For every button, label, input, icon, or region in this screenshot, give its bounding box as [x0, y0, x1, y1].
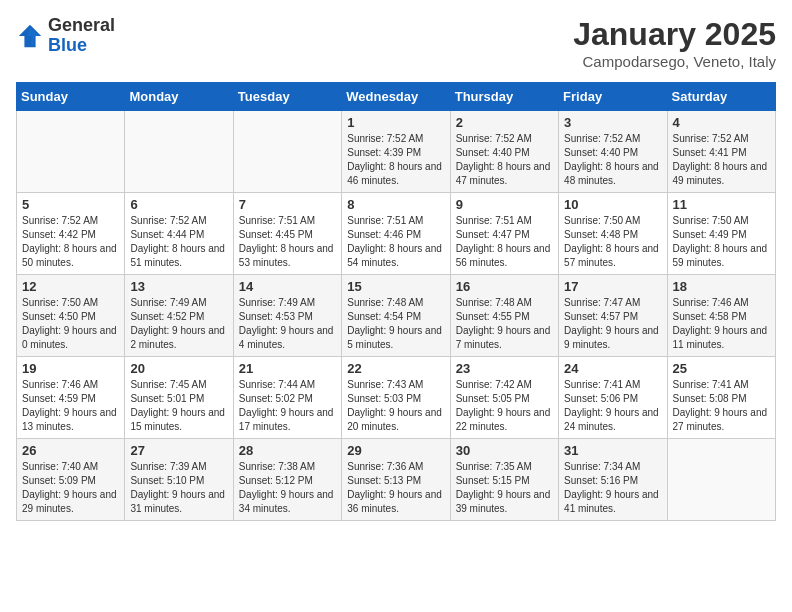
calendar-cell: 5Sunrise: 7:52 AM Sunset: 4:42 PM Daylig… [17, 193, 125, 275]
day-info: Sunrise: 7:50 AM Sunset: 4:48 PM Dayligh… [564, 214, 661, 270]
day-header-tuesday: Tuesday [233, 83, 341, 111]
day-info: Sunrise: 7:51 AM Sunset: 4:45 PM Dayligh… [239, 214, 336, 270]
calendar-cell: 4Sunrise: 7:52 AM Sunset: 4:41 PM Daylig… [667, 111, 775, 193]
day-number: 29 [347, 443, 444, 458]
day-number: 30 [456, 443, 553, 458]
calendar-cell: 28Sunrise: 7:38 AM Sunset: 5:12 PM Dayli… [233, 439, 341, 521]
day-info: Sunrise: 7:41 AM Sunset: 5:08 PM Dayligh… [673, 378, 770, 434]
day-number: 25 [673, 361, 770, 376]
day-number: 1 [347, 115, 444, 130]
calendar-cell: 21Sunrise: 7:44 AM Sunset: 5:02 PM Dayli… [233, 357, 341, 439]
calendar-cell: 10Sunrise: 7:50 AM Sunset: 4:48 PM Dayli… [559, 193, 667, 275]
day-info: Sunrise: 7:52 AM Sunset: 4:40 PM Dayligh… [564, 132, 661, 188]
calendar-cell: 3Sunrise: 7:52 AM Sunset: 4:40 PM Daylig… [559, 111, 667, 193]
day-header-wednesday: Wednesday [342, 83, 450, 111]
calendar-cell [667, 439, 775, 521]
day-info: Sunrise: 7:52 AM Sunset: 4:42 PM Dayligh… [22, 214, 119, 270]
day-number: 18 [673, 279, 770, 294]
calendar-cell: 9Sunrise: 7:51 AM Sunset: 4:47 PM Daylig… [450, 193, 558, 275]
calendar-header-row: SundayMondayTuesdayWednesdayThursdayFrid… [17, 83, 776, 111]
day-info: Sunrise: 7:46 AM Sunset: 4:59 PM Dayligh… [22, 378, 119, 434]
calendar-week-5: 26Sunrise: 7:40 AM Sunset: 5:09 PM Dayli… [17, 439, 776, 521]
day-info: Sunrise: 7:46 AM Sunset: 4:58 PM Dayligh… [673, 296, 770, 352]
day-header-thursday: Thursday [450, 83, 558, 111]
calendar-cell [17, 111, 125, 193]
logo: General Blue [16, 16, 115, 56]
day-header-monday: Monday [125, 83, 233, 111]
day-number: 17 [564, 279, 661, 294]
day-number: 21 [239, 361, 336, 376]
day-number: 16 [456, 279, 553, 294]
day-number: 6 [130, 197, 227, 212]
day-number: 31 [564, 443, 661, 458]
day-info: Sunrise: 7:36 AM Sunset: 5:13 PM Dayligh… [347, 460, 444, 516]
day-number: 7 [239, 197, 336, 212]
calendar-cell: 13Sunrise: 7:49 AM Sunset: 4:52 PM Dayli… [125, 275, 233, 357]
calendar-cell: 22Sunrise: 7:43 AM Sunset: 5:03 PM Dayli… [342, 357, 450, 439]
day-number: 28 [239, 443, 336, 458]
day-number: 10 [564, 197, 661, 212]
logo-text: General Blue [48, 16, 115, 56]
calendar-cell: 7Sunrise: 7:51 AM Sunset: 4:45 PM Daylig… [233, 193, 341, 275]
calendar-cell: 19Sunrise: 7:46 AM Sunset: 4:59 PM Dayli… [17, 357, 125, 439]
calendar-cell [125, 111, 233, 193]
day-info: Sunrise: 7:51 AM Sunset: 4:46 PM Dayligh… [347, 214, 444, 270]
calendar-cell [233, 111, 341, 193]
day-number: 5 [22, 197, 119, 212]
title-block: January 2025 Campodarsego, Veneto, Italy [573, 16, 776, 70]
day-number: 23 [456, 361, 553, 376]
calendar-week-3: 12Sunrise: 7:50 AM Sunset: 4:50 PM Dayli… [17, 275, 776, 357]
day-number: 20 [130, 361, 227, 376]
day-number: 3 [564, 115, 661, 130]
day-info: Sunrise: 7:39 AM Sunset: 5:10 PM Dayligh… [130, 460, 227, 516]
day-number: 15 [347, 279, 444, 294]
calendar-cell: 8Sunrise: 7:51 AM Sunset: 4:46 PM Daylig… [342, 193, 450, 275]
day-header-sunday: Sunday [17, 83, 125, 111]
day-number: 14 [239, 279, 336, 294]
day-info: Sunrise: 7:45 AM Sunset: 5:01 PM Dayligh… [130, 378, 227, 434]
day-number: 19 [22, 361, 119, 376]
day-info: Sunrise: 7:52 AM Sunset: 4:39 PM Dayligh… [347, 132, 444, 188]
day-info: Sunrise: 7:40 AM Sunset: 5:09 PM Dayligh… [22, 460, 119, 516]
day-info: Sunrise: 7:47 AM Sunset: 4:57 PM Dayligh… [564, 296, 661, 352]
day-number: 13 [130, 279, 227, 294]
day-info: Sunrise: 7:50 AM Sunset: 4:49 PM Dayligh… [673, 214, 770, 270]
calendar-cell: 1Sunrise: 7:52 AM Sunset: 4:39 PM Daylig… [342, 111, 450, 193]
day-number: 11 [673, 197, 770, 212]
calendar-cell: 29Sunrise: 7:36 AM Sunset: 5:13 PM Dayli… [342, 439, 450, 521]
calendar-cell: 30Sunrise: 7:35 AM Sunset: 5:15 PM Dayli… [450, 439, 558, 521]
day-info: Sunrise: 7:49 AM Sunset: 4:53 PM Dayligh… [239, 296, 336, 352]
day-info: Sunrise: 7:48 AM Sunset: 4:54 PM Dayligh… [347, 296, 444, 352]
day-number: 4 [673, 115, 770, 130]
calendar-cell: 6Sunrise: 7:52 AM Sunset: 4:44 PM Daylig… [125, 193, 233, 275]
logo-icon [16, 22, 44, 50]
calendar-cell: 16Sunrise: 7:48 AM Sunset: 4:55 PM Dayli… [450, 275, 558, 357]
calendar-cell: 27Sunrise: 7:39 AM Sunset: 5:10 PM Dayli… [125, 439, 233, 521]
calendar-cell: 25Sunrise: 7:41 AM Sunset: 5:08 PM Dayli… [667, 357, 775, 439]
day-info: Sunrise: 7:42 AM Sunset: 5:05 PM Dayligh… [456, 378, 553, 434]
calendar-cell: 17Sunrise: 7:47 AM Sunset: 4:57 PM Dayli… [559, 275, 667, 357]
calendar-week-2: 5Sunrise: 7:52 AM Sunset: 4:42 PM Daylig… [17, 193, 776, 275]
calendar-table: SundayMondayTuesdayWednesdayThursdayFrid… [16, 82, 776, 521]
calendar-cell: 14Sunrise: 7:49 AM Sunset: 4:53 PM Dayli… [233, 275, 341, 357]
calendar-week-1: 1Sunrise: 7:52 AM Sunset: 4:39 PM Daylig… [17, 111, 776, 193]
day-number: 24 [564, 361, 661, 376]
day-info: Sunrise: 7:43 AM Sunset: 5:03 PM Dayligh… [347, 378, 444, 434]
day-info: Sunrise: 7:49 AM Sunset: 4:52 PM Dayligh… [130, 296, 227, 352]
day-info: Sunrise: 7:44 AM Sunset: 5:02 PM Dayligh… [239, 378, 336, 434]
day-info: Sunrise: 7:52 AM Sunset: 4:40 PM Dayligh… [456, 132, 553, 188]
calendar-cell: 26Sunrise: 7:40 AM Sunset: 5:09 PM Dayli… [17, 439, 125, 521]
day-header-saturday: Saturday [667, 83, 775, 111]
day-info: Sunrise: 7:34 AM Sunset: 5:16 PM Dayligh… [564, 460, 661, 516]
day-number: 8 [347, 197, 444, 212]
logo-general: General [48, 15, 115, 35]
calendar-week-4: 19Sunrise: 7:46 AM Sunset: 4:59 PM Dayli… [17, 357, 776, 439]
day-info: Sunrise: 7:38 AM Sunset: 5:12 PM Dayligh… [239, 460, 336, 516]
calendar-cell: 15Sunrise: 7:48 AM Sunset: 4:54 PM Dayli… [342, 275, 450, 357]
day-info: Sunrise: 7:52 AM Sunset: 4:44 PM Dayligh… [130, 214, 227, 270]
calendar-subtitle: Campodarsego, Veneto, Italy [573, 53, 776, 70]
calendar-cell: 20Sunrise: 7:45 AM Sunset: 5:01 PM Dayli… [125, 357, 233, 439]
day-info: Sunrise: 7:50 AM Sunset: 4:50 PM Dayligh… [22, 296, 119, 352]
day-info: Sunrise: 7:52 AM Sunset: 4:41 PM Dayligh… [673, 132, 770, 188]
page-header: General Blue January 2025 Campodarsego, … [16, 16, 776, 70]
